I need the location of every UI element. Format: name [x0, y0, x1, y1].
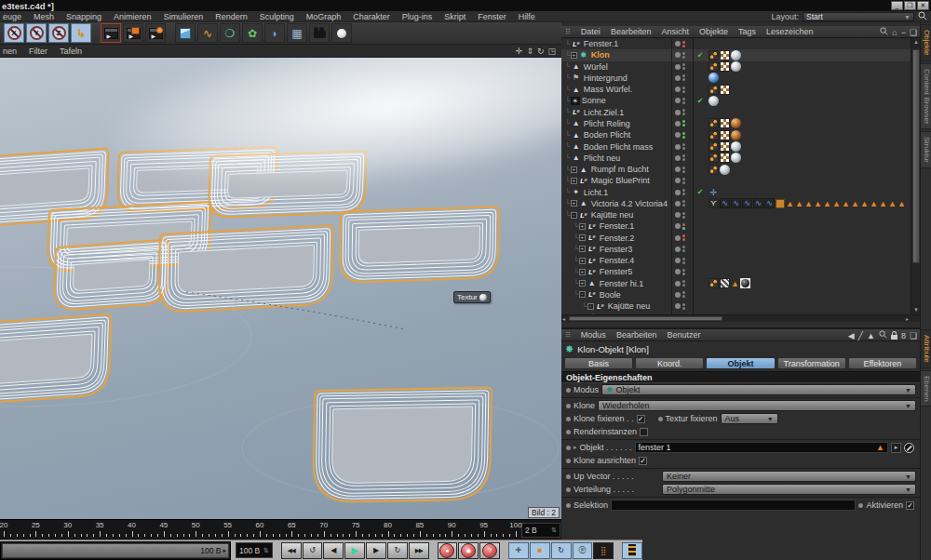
scroll-up-icon[interactable]: ▲: [911, 38, 920, 47]
object-row-boden-plicht[interactable]: └▲Boden Plicht: [561, 129, 920, 140]
menu-rendern[interactable]: Rendern: [215, 12, 248, 21]
visibility-dots[interactable]: [671, 129, 694, 140]
tag-br-icon[interactable]: [731, 118, 741, 128]
object-row-fenster-4[interactable]: └+LºFenster.4: [561, 255, 920, 266]
key-position-toggle[interactable]: ✛: [508, 542, 529, 559]
layer-dot-icon[interactable]: [675, 167, 681, 172]
tag-od-icon[interactable]: [708, 141, 719, 152]
layer-dot-icon[interactable]: [675, 41, 681, 47]
viewport-menu-filter[interactable]: Filter: [29, 47, 47, 56]
tag-tr-icon[interactable]: ▲: [804, 198, 813, 208]
expand-icon[interactable]: +: [571, 178, 577, 184]
object-row-licht-1[interactable]: └✦Licht.1✔✛: [561, 186, 920, 197]
object-row-fenster-1[interactable]: └LºFenster.1: [561, 38, 920, 49]
lock-icon[interactable]: [891, 335, 897, 340]
tag-tr-icon[interactable]: ▲: [823, 198, 831, 208]
visibility-toggle-icons[interactable]: [682, 246, 685, 252]
layer-dot-icon[interactable]: [675, 144, 681, 150]
expand-icon[interactable]: +: [579, 223, 586, 230]
tag-fg-icon[interactable]: ϒ: [708, 198, 719, 208]
expand-icon[interactable]: +: [571, 167, 577, 173]
tag-od-icon[interactable]: [708, 153, 719, 163]
tag-ks-icon[interactable]: [740, 278, 750, 288]
tag-tr-icon[interactable]: ▲: [814, 198, 822, 208]
tag-ws-icon[interactable]: [708, 96, 719, 106]
tag-ck-icon[interactable]: [720, 130, 730, 140]
pontoon-frame-9[interactable]: [313, 388, 492, 502]
range-slider-thumb[interactable]: 100 B ▸: [2, 543, 229, 558]
viewport-zoom-icon[interactable]: ⇕: [526, 47, 533, 56]
collapse-icon[interactable]: -: [587, 303, 594, 310]
tag-ws-icon[interactable]: [731, 50, 741, 60]
enabled-check-icon[interactable]: ✔: [694, 97, 707, 105]
visibility-toggle-icons[interactable]: [682, 143, 685, 150]
verteilung-dropdown[interactable]: Polygonmitte ▼: [662, 484, 916, 495]
visibility-toggle-icons[interactable]: [682, 269, 685, 275]
tag-od-icon[interactable]: [708, 85, 719, 95]
scroll-left-icon[interactable]: ◂: [562, 315, 565, 323]
tag-bs-icon[interactable]: [708, 73, 719, 83]
layer-dot-icon[interactable]: [675, 303, 681, 309]
aktivieren-checkbox[interactable]: ✓: [906, 501, 914, 510]
layer-dot-icon[interactable]: [675, 269, 681, 274]
visibility-toggle-icons[interactable]: [682, 98, 685, 104]
textur-fixieren-dropdown[interactable]: Aus ▼: [721, 413, 778, 424]
tag-tr-icon[interactable]: ▲: [870, 198, 878, 208]
add-generator-button[interactable]: ❍: [220, 23, 240, 43]
object-row-boden-plicht-mass[interactable]: └▲Boden Plicht mass: [561, 140, 920, 152]
tag-tr-icon[interactable]: ▲: [879, 198, 887, 208]
scroll-right-icon[interactable]: ▸: [906, 315, 909, 323]
spinner-arrows-icon[interactable]: ⇅: [263, 547, 269, 554]
restore-button[interactable]: ❐: [904, 1, 916, 10]
layer-dot-icon[interactable]: [675, 247, 681, 252]
layer-dot-icon[interactable]: [675, 178, 681, 183]
object-row-magic-blueprint[interactable]: └+LºMagic BluePrint: [561, 175, 920, 186]
pen-icon[interactable]: ╱: [858, 331, 863, 340]
visibility-toggle-icons[interactable]: [682, 200, 685, 207]
add-light-button[interactable]: [331, 23, 352, 43]
object-row-hintergrund[interactable]: └⚑Hintergrund: [561, 73, 920, 84]
object-row-fenster-2[interactable]: └+LºFenster.2: [561, 233, 920, 244]
visibility-toggle-icons[interactable]: [682, 87, 685, 93]
lock-y-axis-button[interactable]: Y: [26, 23, 47, 43]
object-row-w-rfel[interactable]: └▲Würfel: [561, 61, 920, 73]
pontoon-frame-6[interactable]: [159, 225, 333, 313]
expand-icon[interactable]: +: [579, 246, 586, 252]
add-deformer-button[interactable]: ✿: [242, 23, 263, 43]
tag-ht-icon[interactable]: [720, 278, 730, 288]
visibility-toggle-icons[interactable]: [682, 189, 685, 195]
add-spline-button[interactable]: ∿: [197, 23, 218, 43]
visibility-toggle-icons[interactable]: [682, 167, 685, 173]
visibility-toggle-icons[interactable]: [682, 303, 685, 310]
search-icon[interactable]: [918, 11, 927, 22]
object-row-victoria-4-2-victoria4[interactable]: └+▲Victoria 4.2 Victoria4ϒ∿∿∿∿∿▲▲▲▲▲▲▲▲▲…: [561, 198, 920, 209]
visibility-dots[interactable]: [671, 164, 694, 175]
menu-fenster[interactable]: Fenster: [478, 12, 506, 21]
layer-dot-icon[interactable]: [675, 258, 681, 263]
enabled-check-icon[interactable]: ✔: [694, 51, 707, 60]
menu-skript[interactable]: Skript: [444, 12, 466, 21]
panel-tab-ebenen[interactable]: Ebenen: [921, 370, 931, 407]
klone-fixieren-checkbox[interactable]: ✓: [637, 415, 645, 423]
visibility-toggle-icons[interactable]: [682, 234, 685, 241]
tag-tr-icon[interactable]: ▲: [731, 278, 739, 288]
viewport-rotate-icon[interactable]: ↻: [537, 47, 545, 56]
visibility-toggle-icons[interactable]: [682, 132, 685, 139]
coordinate-system-button[interactable]: ↳: [71, 23, 91, 43]
object-row-sonne[interactable]: └☀Sonne✔: [561, 95, 920, 106]
layer-dot-icon[interactable]: [675, 155, 681, 161]
minimize-button[interactable]: _: [891, 1, 903, 10]
go-to-end-button[interactable]: ▶▶: [409, 542, 429, 559]
tag-ps-icon[interactable]: ∿: [720, 198, 730, 208]
tag-od-icon[interactable]: [708, 165, 719, 175]
object-row-fenster-hi-1[interactable]: └+▲Fenster hi.1▲: [561, 278, 920, 289]
modus-dropdown[interactable]: ✸ Objekt ▼: [601, 384, 916, 395]
am-menu-modus[interactable]: Modus: [581, 330, 606, 340]
tag-tr-icon[interactable]: ▲: [851, 198, 859, 208]
key-parameter-toggle[interactable]: Ⓟ: [573, 542, 593, 559]
panel-icon[interactable]: ❏: [910, 331, 917, 340]
tab-basis[interactable]: Basis: [564, 357, 633, 369]
search-icon[interactable]: [879, 330, 887, 340]
loop-backward-button[interactable]: ↺: [303, 542, 323, 559]
visibility-dots[interactable]: [671, 186, 694, 197]
